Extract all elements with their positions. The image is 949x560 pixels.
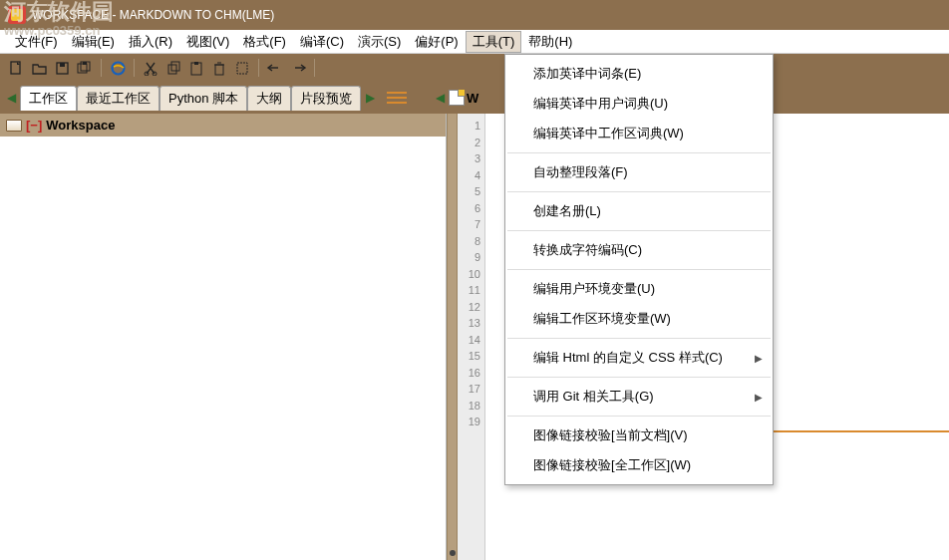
line-number: 9 — [458, 249, 480, 266]
tools-menu-item-1[interactable]: 编辑英译中用户词典(U) — [505, 89, 773, 119]
svg-rect-10 — [171, 62, 179, 71]
panel-tab-4[interactable]: 片段预览 — [291, 86, 361, 111]
line-number: 13 — [458, 315, 480, 332]
editor-tab-left-icon[interactable]: ◀ — [433, 91, 447, 105]
line-number: 1 — [458, 118, 480, 135]
content-area: [−] Workspace 12345678910111213141516171… — [0, 114, 949, 560]
svg-rect-3 — [78, 64, 87, 73]
line-number: 7 — [458, 216, 480, 233]
save-icon[interactable] — [52, 58, 72, 78]
line-number: 8 — [458, 233, 480, 250]
svg-point-6 — [112, 62, 124, 74]
line-number: 18 — [458, 398, 480, 415]
menu-separator — [507, 269, 771, 270]
menu-f[interactable]: 格式(F) — [236, 31, 293, 53]
tab-bar: ◀ 工作区最近工作区Python 脚本大纲片段预览 ▶ ◀ W — [0, 82, 949, 114]
menu-separator — [507, 338, 771, 339]
line-number: 15 — [458, 348, 480, 365]
menu-f[interactable]: 文件(F) — [8, 31, 65, 53]
accent-divider — [773, 430, 949, 432]
panel-menu-icon[interactable] — [387, 90, 407, 106]
menu-separator — [507, 191, 771, 192]
line-number: 4 — [458, 167, 480, 184]
tab-scroll-left-icon[interactable]: ◀ — [4, 91, 18, 105]
svg-rect-5 — [83, 62, 87, 65]
tools-menu-item-4[interactable]: 自动整理段落(F) — [505, 157, 773, 187]
select-all-icon[interactable] — [232, 58, 252, 78]
tools-menu-item-11[interactable]: 编辑工作区环境变量(W) — [505, 304, 773, 334]
tools-menu-item-0[interactable]: 添加英译中词条(E) — [505, 59, 773, 89]
submenu-arrow-icon: ▶ — [755, 392, 763, 403]
collapse-icon[interactable]: [−] — [26, 118, 42, 133]
svg-rect-12 — [194, 62, 198, 65]
line-number-gutter: 12345678910111213141516171819 — [458, 114, 485, 560]
left-panel: [−] Workspace — [0, 114, 447, 560]
toolbar-separator — [134, 59, 135, 77]
app-icon — [8, 6, 26, 24]
copy-icon[interactable] — [163, 58, 183, 78]
menu-e[interactable]: 编辑(E) — [65, 31, 122, 53]
panel-tab-3[interactable]: 大纲 — [247, 86, 291, 111]
submenu-arrow-icon: ▶ — [755, 353, 763, 364]
line-number: 3 — [458, 150, 480, 167]
splitter-bar[interactable] — [447, 114, 458, 560]
menu-separator — [507, 152, 771, 153]
line-number: 16 — [458, 365, 480, 382]
main-toolbar — [0, 54, 949, 82]
ie-icon[interactable] — [108, 58, 128, 78]
editor-filename: W — [467, 91, 478, 106]
svg-rect-13 — [215, 65, 223, 75]
svg-rect-14 — [237, 63, 247, 74]
svg-rect-2 — [60, 63, 65, 67]
undo-icon[interactable] — [265, 58, 285, 78]
new-doc-icon[interactable] — [6, 58, 26, 78]
menu-h[interactable]: 帮助(H) — [521, 31, 579, 53]
delete-icon[interactable] — [209, 58, 229, 78]
cut-icon[interactable] — [141, 58, 160, 78]
line-number: 12 — [458, 299, 480, 316]
tools-menu-item-13[interactable]: 编辑 Html 的自定义 CSS 样式(C)▶ — [505, 343, 773, 373]
toolbar-separator — [314, 59, 315, 77]
line-number: 6 — [458, 200, 480, 217]
paste-icon[interactable] — [186, 58, 206, 78]
menu-s[interactable]: 演示(S) — [351, 31, 408, 53]
document-icon — [449, 90, 465, 106]
line-number: 2 — [458, 135, 480, 151]
menu-t[interactable]: 工具(T) — [466, 31, 522, 53]
redo-icon[interactable] — [288, 58, 308, 78]
menu-r[interactable]: 插入(R) — [122, 31, 179, 53]
tab-scroll-right-icon[interactable]: ▶ — [363, 91, 377, 105]
tools-menu-item-18[interactable]: 图像链接校验[全工作区](W) — [505, 450, 773, 480]
line-number: 5 — [458, 183, 480, 200]
tools-menu-dropdown: 添加英译中词条(E)编辑英译中用户词典(U)编辑英译中工作区词典(W)自动整理段… — [504, 54, 774, 485]
workspace-book-icon — [6, 120, 22, 132]
splitter-grip-icon — [450, 550, 456, 556]
menu-bar: 文件(F)编辑(E)插入(R)视图(V)格式(F)编译(C)演示(S)偏好(P)… — [0, 30, 949, 54]
menu-separator — [507, 230, 771, 231]
window-title: WORKSPACE - MARKDOWN TO CHM(LME) — [32, 8, 274, 22]
line-number: 11 — [458, 282, 480, 299]
panel-tab-1[interactable]: 最近工作区 — [77, 86, 159, 111]
menu-p[interactable]: 偏好(P) — [408, 31, 465, 53]
tools-menu-item-10[interactable]: 编辑用户环境变量(U) — [505, 274, 773, 304]
menu-v[interactable]: 视图(V) — [179, 31, 236, 53]
tree-body[interactable] — [0, 137, 446, 560]
tools-menu-item-17[interactable]: 图像链接校验[当前文档](V) — [505, 420, 773, 450]
open-folder-icon[interactable] — [29, 58, 49, 78]
panel-tab-2[interactable]: Python 脚本 — [159, 86, 247, 111]
tree-root-row[interactable]: [−] Workspace — [0, 114, 446, 137]
tree-root-label: Workspace — [46, 118, 115, 133]
save-all-icon[interactable] — [75, 58, 95, 78]
tools-menu-item-15[interactable]: 调用 Git 相关工具(G)▶ — [505, 382, 773, 412]
panel-tab-0[interactable]: 工作区 — [20, 86, 77, 111]
line-number: 17 — [458, 381, 480, 398]
toolbar-separator — [101, 59, 102, 77]
svg-rect-9 — [168, 65, 176, 74]
tools-menu-item-2[interactable]: 编辑英译中工作区词典(W) — [505, 119, 773, 148]
line-number: 14 — [458, 332, 480, 349]
menu-c[interactable]: 编译(C) — [293, 31, 351, 53]
title-bar: WORKSPACE - MARKDOWN TO CHM(LME) — [0, 0, 949, 30]
toolbar-separator — [258, 59, 259, 77]
tools-menu-item-6[interactable]: 创建名册(L) — [505, 196, 773, 226]
tools-menu-item-8[interactable]: 转换成字符编码(C) — [505, 235, 773, 265]
